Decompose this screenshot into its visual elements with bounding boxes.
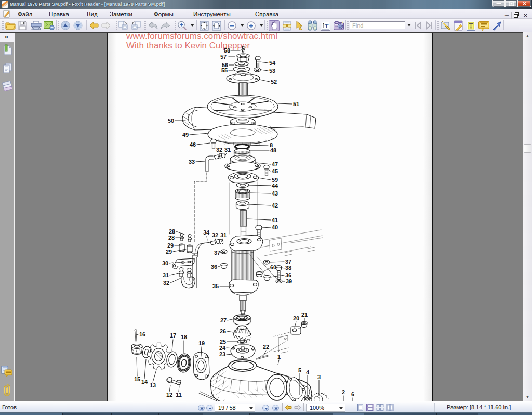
svg-text:57: 57	[220, 54, 227, 60]
svg-text:18: 18	[181, 334, 187, 340]
svg-text:49: 49	[182, 132, 189, 138]
svg-text:32: 32	[163, 280, 169, 286]
svg-text:26: 26	[220, 328, 226, 334]
svg-text:22: 22	[263, 344, 269, 350]
svg-text:44: 44	[272, 183, 278, 189]
svg-text:19: 19	[198, 340, 205, 346]
svg-text:13: 13	[150, 382, 156, 388]
svg-text:25: 25	[220, 339, 226, 345]
svg-text:40: 40	[272, 224, 278, 230]
svg-text:51: 51	[293, 101, 299, 107]
svg-text:29: 29	[166, 249, 172, 255]
svg-text:28: 28	[168, 235, 175, 241]
svg-text:29: 29	[167, 242, 174, 249]
svg-text:42: 42	[272, 202, 278, 209]
svg-text:21: 21	[301, 312, 308, 318]
svg-text:37: 37	[285, 258, 291, 265]
svg-text:60: 60	[270, 264, 276, 270]
svg-text:32: 32	[212, 232, 218, 238]
svg-text:www.forumsforums.com/showtrac.: www.forumsforums.com/showtrac.html	[126, 33, 277, 41]
svg-text:38: 38	[285, 265, 291, 271]
svg-text:35: 35	[212, 283, 219, 289]
svg-text:2: 2	[342, 389, 345, 395]
svg-text:58: 58	[224, 47, 230, 54]
svg-text:17: 17	[170, 332, 176, 339]
svg-text:11: 11	[176, 392, 182, 398]
svg-text:50: 50	[168, 118, 174, 124]
svg-text:4: 4	[306, 369, 310, 375]
svg-text:27: 27	[220, 317, 227, 323]
svg-text:20: 20	[293, 315, 299, 321]
svg-text:24: 24	[219, 345, 226, 351]
svg-text:With thanks to Kevin Culpepper: With thanks to Kevin Culpepper	[126, 41, 250, 50]
svg-text:45: 45	[272, 168, 278, 174]
svg-text:36: 36	[285, 272, 291, 278]
svg-text:14: 14	[141, 379, 148, 385]
svg-text:48: 48	[270, 147, 276, 153]
svg-text:31: 31	[220, 232, 227, 238]
svg-text:54: 54	[269, 60, 276, 66]
svg-text:5: 5	[298, 367, 301, 373]
svg-text:41: 41	[272, 217, 278, 223]
svg-text:23: 23	[219, 351, 225, 357]
svg-text:52: 52	[271, 79, 277, 85]
svg-text:37: 37	[214, 250, 220, 256]
svg-text:6: 6	[351, 391, 354, 397]
svg-text:28: 28	[169, 228, 175, 235]
svg-text:15: 15	[134, 376, 140, 382]
svg-text:36: 36	[211, 264, 217, 270]
svg-text:55: 55	[221, 67, 228, 73]
svg-text:16: 16	[139, 331, 145, 338]
svg-text:31: 31	[163, 272, 169, 278]
svg-text:47: 47	[272, 161, 278, 167]
svg-text:34: 34	[203, 229, 210, 236]
svg-text:31: 31	[224, 147, 231, 153]
svg-text:33: 33	[189, 159, 195, 165]
svg-text:1: 1	[277, 354, 281, 360]
svg-text:32: 32	[216, 147, 222, 153]
svg-text:12: 12	[166, 392, 172, 398]
svg-text:53: 53	[269, 68, 275, 74]
svg-text:46: 46	[190, 141, 196, 148]
svg-text:39: 39	[286, 278, 292, 284]
svg-text:T: T	[325, 23, 329, 29]
svg-text:3: 3	[317, 374, 321, 380]
svg-text:30: 30	[162, 260, 168, 266]
svg-text:43: 43	[272, 190, 278, 197]
